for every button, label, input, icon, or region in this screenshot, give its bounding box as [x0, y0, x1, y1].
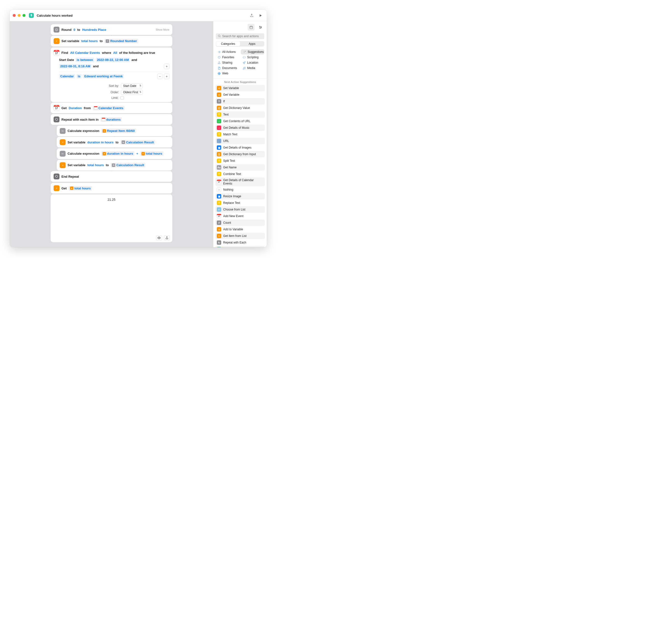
- svg-text:f(x): f(x): [62, 153, 64, 154]
- svg-text:x: x: [62, 164, 64, 166]
- output-value: 21.25: [51, 194, 172, 205]
- workflow-canvas[interactable]: Round 0 to Hundreds Place Show More x Se…: [10, 21, 213, 247]
- category-scripting[interactable]: Scripting: [241, 55, 264, 60]
- svg-point-10: [261, 27, 261, 28]
- category-favorites[interactable]: Favorites: [216, 55, 239, 60]
- suggestion-split-text[interactable]: TSplit Text: [215, 158, 265, 164]
- category-location[interactable]: Location: [241, 60, 264, 65]
- action-set-variable[interactable]: x Set variable total hours to fxCalculat…: [57, 160, 172, 171]
- minimize-window[interactable]: [18, 14, 21, 17]
- output-panel: 21.25: [51, 194, 172, 242]
- suggestion-get-details-of-images[interactable]: ▣Get Details of Images: [215, 144, 265, 151]
- action-calculate[interactable]: f(x) Calculate expression xRepeat Item /…: [57, 125, 172, 136]
- suggestion-get-details-of-calendar-events[interactable]: 17Get Details of Calendar Events: [215, 177, 265, 186]
- category-all-actions[interactable]: All Actions: [216, 49, 239, 54]
- add-filter[interactable]: +: [164, 64, 169, 69]
- zoom-window[interactable]: [23, 14, 25, 17]
- suggestion-repeat-with-each[interactable]: ↻Repeat with Each: [215, 239, 265, 246]
- calendar-events-token[interactable]: Calendar Events: [93, 106, 124, 111]
- suggestion-count[interactable]: #Count: [215, 220, 265, 226]
- add-filter[interactable]: +: [164, 74, 169, 79]
- run-button[interactable]: [257, 12, 264, 19]
- search-box: [216, 33, 264, 39]
- action-calculate[interactable]: f(x) Calculate expression xduration in h…: [57, 148, 172, 159]
- action-get-variable[interactable]: x Get xtotal hours: [51, 183, 172, 194]
- quicklook-button[interactable]: [156, 236, 162, 240]
- variable-icon: x: [60, 162, 66, 168]
- shortcut-icon: [29, 13, 34, 18]
- suggestion-resize-image[interactable]: ▣Resize Image: [215, 193, 265, 199]
- category-web[interactable]: Web: [216, 71, 239, 76]
- settings-toggle[interactable]: [257, 24, 264, 31]
- rounded-number-token[interactable]: ≈Rounded Number: [104, 39, 138, 43]
- suggestion-get-dictionary-from-input[interactable]: {}Get Dictionary from Input: [215, 151, 265, 158]
- sort-select[interactable]: Start Date: [121, 83, 143, 88]
- fx-icon: f(x): [60, 128, 66, 134]
- suggestion-add-new-event[interactable]: 17Add New Event: [215, 213, 265, 219]
- traffic-lights: [13, 14, 25, 17]
- svg-text:x: x: [56, 187, 57, 189]
- action-repeat[interactable]: Repeat with each item in durations: [51, 114, 172, 125]
- fx-icon: f(x): [60, 151, 66, 156]
- suggestion-get-name[interactable]: AaGet Name: [215, 164, 265, 171]
- action-set-variable[interactable]: x Set variable duration in hours to fxCa…: [57, 137, 172, 148]
- action-round[interactable]: Round 0 to Hundreds Place Show More: [51, 24, 172, 35]
- durations-token[interactable]: durations: [101, 117, 122, 122]
- suggestion-get-dictionary-value[interactable]: {}Get Dictionary Value: [215, 105, 265, 111]
- action-find-calendar[interactable]: JUL Find All Calendar Events where All o…: [51, 47, 172, 102]
- action-set-variable[interactable]: x Set variable total hours to ≈Rounded N…: [51, 36, 172, 47]
- suggestion-set-variable[interactable]: xSet Variable: [215, 85, 265, 91]
- calc-result-token[interactable]: fxCalculation Result: [111, 163, 145, 167]
- suggestion-get-details-of-music[interactable]: ♪Get Details of Music: [215, 125, 265, 131]
- suggestions-header: Next Action Suggestions: [213, 78, 267, 85]
- library-sidebar: Categories Apps All ActionsSuggestionsFa…: [213, 21, 267, 247]
- action-get-duration[interactable]: JUL Get Duration from Calendar Events: [51, 102, 172, 113]
- svg-point-11: [260, 28, 260, 28]
- category-media[interactable]: Media: [241, 66, 264, 71]
- suggestion-get-item-from-list[interactable]: ≡Get Item from List: [215, 233, 265, 239]
- svg-rect-8: [249, 26, 252, 29]
- calendar-icon: JUL: [54, 105, 59, 111]
- category-suggestions[interactable]: Suggestions: [241, 49, 264, 54]
- limit-checkbox[interactable]: [120, 96, 124, 100]
- expr[interactable]: xRepeat Item /60/60: [101, 128, 136, 133]
- category-documents[interactable]: Documents: [216, 66, 239, 71]
- suggestion-combine-text[interactable]: TCombine Text: [215, 171, 265, 177]
- close-window[interactable]: [13, 14, 16, 17]
- library-tabs: Categories Apps: [216, 41, 264, 47]
- suggestion-nothing[interactable]: ○Nothing: [215, 187, 265, 193]
- action-end-repeat[interactable]: End Repeat: [51, 171, 172, 182]
- suggestion-url[interactable]: 🔗URL: [215, 138, 265, 144]
- suggestion-add-to-variable[interactable]: xAdd to Variable: [215, 226, 265, 233]
- tab-apps[interactable]: Apps: [240, 41, 264, 46]
- suggestion-replace-text[interactable]: TReplace Text: [215, 200, 265, 206]
- suggestion-get-contents-of-url[interactable]: ↓Get Contents of URL: [215, 118, 265, 124]
- category-grid: All ActionsSuggestionsFavoritesScripting…: [213, 48, 267, 78]
- suggestion-choose-from-list[interactable]: ≡Choose from List: [215, 206, 265, 213]
- suggestion-get-variable[interactable]: xGet Variable: [215, 92, 265, 98]
- suggestions-list: xSet VariablexGet VariableYIf{}Get Dicti…: [213, 85, 267, 247]
- order-select[interactable]: Oldest First: [121, 90, 143, 95]
- share-output-button[interactable]: [164, 236, 170, 240]
- window-title: Calculate hours worked: [37, 14, 73, 17]
- library-toggle[interactable]: [248, 24, 255, 31]
- category-sharing[interactable]: Sharing: [216, 60, 239, 65]
- variable-icon: x: [60, 139, 66, 145]
- suggestion-mask-image[interactable]: ▣Mask Image: [215, 246, 265, 247]
- remove-filter[interactable]: −: [157, 74, 163, 79]
- variable-icon: x: [54, 38, 59, 44]
- round-icon: [54, 27, 59, 32]
- show-more[interactable]: Show More: [155, 28, 169, 31]
- svg-text:x: x: [62, 141, 64, 143]
- calc-result-token[interactable]: fxCalculation Result: [120, 140, 155, 145]
- svg-point-9: [259, 26, 260, 27]
- titlebar: Calculate hours worked: [10, 10, 267, 21]
- suggestion-if[interactable]: YIf: [215, 98, 265, 104]
- suggestion-text[interactable]: TText: [215, 111, 265, 118]
- svg-text:f(x): f(x): [62, 130, 64, 132]
- search-input[interactable]: [216, 33, 264, 39]
- calendar-icon: JUL: [54, 50, 59, 56]
- share-button[interactable]: [248, 12, 255, 19]
- tab-categories[interactable]: Categories: [216, 41, 240, 46]
- suggestion-match-text[interactable]: TMatch Text: [215, 131, 265, 138]
